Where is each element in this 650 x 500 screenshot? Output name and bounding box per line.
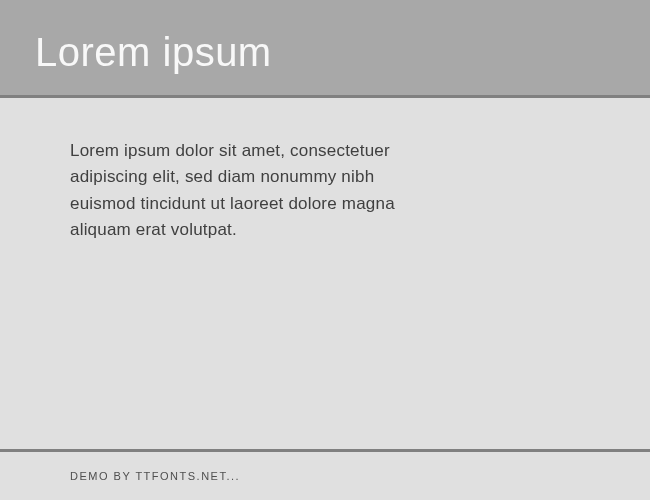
body-paragraph: Lorem ipsum dolor sit amet, consectetuer… (70, 138, 410, 243)
header-banner: Lorem ipsum (0, 0, 650, 98)
footer-bar: DEMO BY TTFONTS.NET... (0, 449, 650, 500)
page-title: Lorem ipsum (35, 30, 615, 75)
footer-credit: DEMO BY TTFONTS.NET... (70, 470, 580, 482)
content-area: Lorem ipsum dolor sit amet, consectetuer… (0, 98, 650, 449)
